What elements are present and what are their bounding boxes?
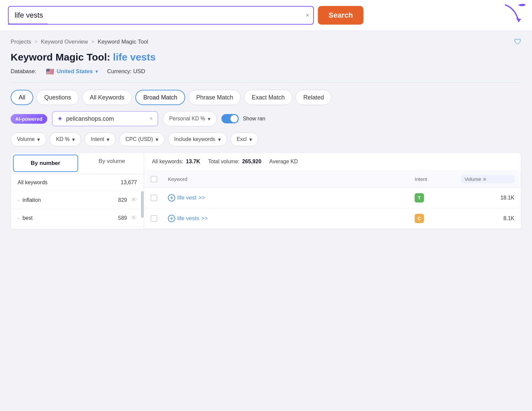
row-checkbox[interactable] (151, 195, 157, 201)
flag-icon: 🇺🇸 (46, 68, 54, 75)
include-keywords-label: Include keywords (174, 136, 215, 142)
show-ranking-label: Show ran (243, 116, 265, 122)
page-title-prefix: Keyword Magic Tool: (11, 52, 110, 63)
volume-filter[interactable]: Volume ▾ (11, 132, 46, 146)
total-volume-stats-value: 265,920 (242, 159, 261, 165)
keyword-link[interactable]: + life vests >> (168, 215, 415, 222)
table-row: + life vests >> C 8.1K (144, 208, 521, 229)
tab-by-volume[interactable]: By volume (80, 153, 144, 170)
list-item[interactable]: › best 589 👁 (11, 209, 144, 227)
list-item[interactable]: › inflation 829 👁 (11, 191, 144, 209)
list-item-count: 589 (118, 215, 127, 221)
keyword-text: life vests (177, 215, 199, 222)
search-input[interactable]: life vests (8, 6, 314, 25)
list-item-chevron-icon: › (18, 215, 19, 221)
personal-kd-dropdown[interactable]: Personal KD % ▾ (163, 111, 217, 126)
svg-marker-0 (516, 18, 521, 22)
ai-input-container[interactable]: ✦ × (52, 111, 158, 126)
exclude-filter[interactable]: Excl ▾ (230, 132, 258, 146)
row-keyword-cell: + life vest >> (168, 194, 415, 202)
tab-questions[interactable]: Questions (37, 90, 79, 105)
row-checkbox-cell (151, 195, 168, 201)
row-keyword-cell: + life vests >> (168, 215, 415, 222)
sort-icon: ≡ (483, 176, 486, 182)
intent-badge: C (415, 214, 424, 223)
row-volume-cell: 8.1K (461, 215, 514, 221)
breadcrumb-sep-1: > (34, 39, 37, 45)
ai-domain-input[interactable] (66, 115, 147, 122)
kd-filter-chevron-down-icon: ▾ (72, 136, 75, 143)
avg-kd-label: Average KD (269, 159, 298, 165)
total-volume-stats-label: Total volume: (208, 159, 239, 165)
tab-all[interactable]: All (11, 90, 33, 105)
all-keywords-label: All keywords (18, 180, 121, 186)
all-keywords-count: 13,677 (121, 180, 137, 186)
row-intent-cell: T (415, 193, 461, 203)
tab-by-number[interactable]: By number (13, 155, 78, 172)
intent-filter-label: Intent (91, 136, 104, 142)
show-ranking-toggle-container: Show ran (221, 114, 265, 123)
intent-filter[interactable]: Intent ▾ (84, 132, 116, 146)
semrush-icon: 🛡 (514, 38, 521, 46)
eye-icon[interactable]: 👁 (131, 214, 137, 221)
th-volume-label: Volume (465, 176, 481, 182)
th-volume[interactable]: Volume ≡ (461, 175, 514, 183)
cpc-filter-label: CPC (USD) (125, 136, 153, 142)
all-keywords-stats-label: All keywords: (152, 159, 183, 165)
arrow-annotation (489, 2, 525, 26)
row-intent-cell: C (415, 214, 461, 223)
list-item-label: best (23, 215, 118, 221)
table-row: + life vest >> T 18.1K (144, 188, 521, 208)
breadcrumb-sep-2: > (91, 39, 94, 45)
kd-filter[interactable]: KD % ▾ (50, 132, 81, 146)
add-keyword-icon[interactable]: + (168, 194, 175, 202)
table-header: Keyword Intent Volume ≡ (144, 171, 521, 188)
th-intent: Intent (415, 176, 461, 182)
intent-chevron-down-icon: ▾ (107, 136, 109, 143)
th-checkbox (151, 176, 168, 183)
row-checkbox-cell (151, 215, 168, 222)
chevron-down-icon: ▾ (95, 69, 98, 74)
eye-icon[interactable]: 👁 (131, 197, 137, 204)
breadcrumb: Projects > Keyword Overview > Keyword Ma… (0, 31, 532, 48)
database-country: United States (57, 68, 93, 75)
database-selector[interactable]: 🇺🇸 United States ▾ (46, 68, 98, 75)
include-keywords-filter[interactable]: Include keywords ▾ (168, 132, 227, 146)
breadcrumb-keyword-overview[interactable]: Keyword Overview (41, 39, 88, 45)
currency-label: Currency: USD (107, 68, 145, 75)
breadcrumb-projects[interactable]: Projects (11, 39, 31, 45)
exclude-filter-label: Excl (237, 136, 247, 142)
right-panel: All keywords: 13.7K Total volume: 265,92… (144, 152, 521, 229)
personal-kd-label: Personal KD % (169, 116, 205, 122)
stats-row: All keywords: 13.7K Total volume: 265,92… (144, 153, 521, 171)
scrollbar-thumb[interactable] (141, 191, 144, 218)
cpc-filter[interactable]: CPC (USD) ▾ (119, 132, 165, 146)
ai-row: AI-powered ✦ × Personal KD % ▾ Show ran (0, 105, 532, 132)
keyword-link[interactable]: + life vest >> (168, 194, 415, 202)
search-underline (8, 24, 48, 25)
breadcrumb-current: Keyword Magic Tool (98, 39, 148, 45)
toggle-knob (230, 115, 238, 122)
keyword-arrow: >> (199, 195, 205, 201)
select-all-checkbox[interactable] (151, 176, 157, 183)
keyword-arrow: >> (201, 215, 208, 222)
tabs-area: All Questions All Keywords Broad Match P… (0, 82, 532, 105)
search-button[interactable]: Search (318, 6, 363, 25)
row-checkbox[interactable] (151, 215, 157, 222)
page-title-keyword-value: life vests (113, 52, 156, 63)
exclude-chevron-down-icon: ▾ (249, 136, 252, 143)
ai-clear-button[interactable]: × (150, 116, 153, 122)
page-title-area: Keyword Magic Tool: life vests (0, 48, 532, 65)
row-volume-cell: 18.1K (461, 195, 514, 201)
clear-search-button[interactable]: × (306, 12, 309, 18)
show-ranking-toggle[interactable] (221, 114, 239, 123)
tab-related[interactable]: Related (296, 90, 332, 105)
tab-exact-match[interactable]: Exact Match (244, 90, 292, 105)
tab-phrase-match[interactable]: Phrase Match (189, 90, 241, 105)
tab-all-keywords[interactable]: All Keywords (82, 90, 132, 105)
add-keyword-icon[interactable]: + (168, 215, 175, 222)
content-area: By number By volume All keywords 13,677 … (0, 152, 532, 229)
tab-broad-match[interactable]: Broad Match (135, 90, 185, 105)
all-keywords-row: All keywords 13,677 (11, 174, 144, 191)
volume-filter-label: Volume (17, 136, 35, 142)
